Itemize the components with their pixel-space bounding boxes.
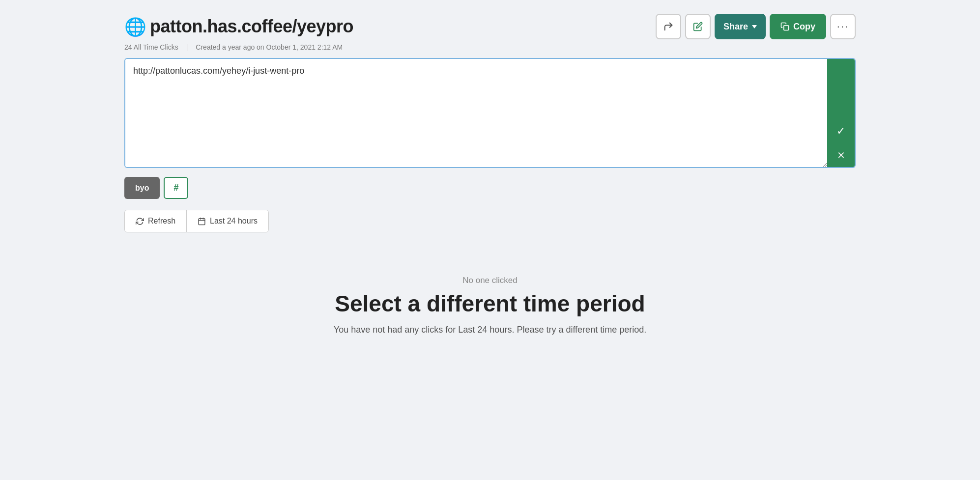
share-button[interactable]: Share — [715, 14, 766, 39]
header-actions: Share Copy ··· — [656, 14, 856, 39]
empty-state: No one clicked Select a different time p… — [124, 256, 856, 355]
share-forward-button[interactable] — [656, 14, 681, 39]
created-date: Created a year ago on October 1, 2021 2:… — [196, 43, 343, 51]
empty-state-title: Select a different time period — [134, 290, 846, 317]
pencil-icon — [693, 22, 703, 31]
refresh-label: Refresh — [148, 217, 175, 226]
filter-bar: Refresh Last 24 hours — [124, 210, 269, 232]
hash-button[interactable]: # — [164, 177, 188, 199]
page-title: patton.has.coffee/yeypro — [150, 16, 353, 37]
byo-button[interactable]: byo — [124, 177, 160, 199]
page-header: 🌐 patton.has.coffee/yeypro Share — [124, 14, 856, 39]
calendar-icon — [198, 217, 206, 226]
refresh-button[interactable]: Refresh — [125, 210, 187, 232]
edit-button[interactable] — [685, 14, 711, 39]
url-sidebar-actions: ✓ ✕ — [827, 59, 855, 167]
share-label: Share — [723, 22, 748, 32]
copy-button[interactable]: Copy — [770, 14, 826, 39]
url-edit-container: ✓ ✕ — [124, 58, 856, 168]
meta-divider: | — [186, 43, 188, 51]
copy-label: Copy — [793, 22, 815, 32]
svg-rect-0 — [784, 26, 789, 30]
tag-buttons: byo # — [124, 177, 856, 199]
click-count: 24 All Time Clicks — [124, 43, 178, 51]
globe-icon: 🌐 — [124, 17, 144, 36]
url-cancel-button[interactable]: ✕ — [831, 143, 851, 167]
title-area: 🌐 patton.has.coffee/yeypro — [124, 16, 353, 37]
timerange-label: Last 24 hours — [210, 217, 258, 226]
more-options-button[interactable]: ··· — [830, 14, 856, 39]
url-confirm-button[interactable]: ✓ — [831, 119, 851, 143]
url-textarea[interactable] — [125, 59, 827, 167]
empty-state-description: You have not had any clicks for Last 24 … — [318, 325, 662, 335]
timerange-button[interactable]: Last 24 hours — [187, 210, 268, 232]
svg-rect-1 — [199, 218, 205, 225]
refresh-icon — [136, 217, 144, 226]
meta-info: 24 All Time Clicks | Created a year ago … — [124, 43, 856, 51]
chevron-down-icon — [752, 25, 757, 28]
copy-icon — [780, 22, 789, 31]
forward-icon — [663, 21, 674, 32]
empty-state-subtitle: No one clicked — [134, 276, 846, 285]
